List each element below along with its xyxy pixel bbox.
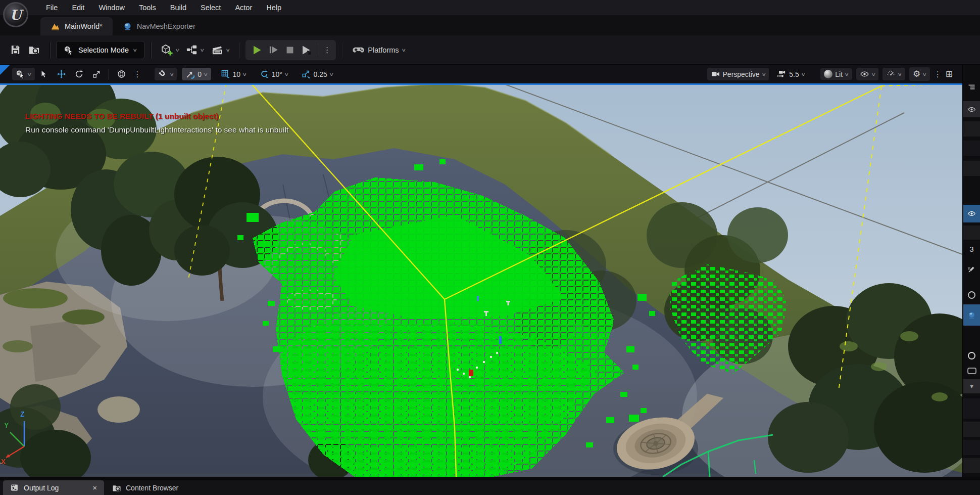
chevron-down-icon: ∨ [284,72,289,77]
scale-tool-button[interactable] [88,68,105,80]
view-mode-label: Perspective [723,70,760,78]
viewport-kebab[interactable]: ⋮ [934,70,942,79]
panel-row [963,398,980,419]
surface-snap-toggle[interactable]: 0 ∨ [182,68,211,80]
caret-down-icon[interactable]: ▾ [963,379,980,393]
viewport-settings-dropdown[interactable]: ⚙ ∨ [909,67,930,81]
tab-mainworld[interactable]: MainWorld* [40,17,113,35]
blueprint-orb-icon-selected[interactable] [963,304,980,326]
menu-build[interactable]: Build [164,2,193,13]
panel-row [963,422,980,437]
rotate-tool-button[interactable] [71,68,87,80]
show-flags-dropdown[interactable]: ∨ [856,68,879,80]
frame-skip-button[interactable] [268,44,279,56]
menu-window[interactable]: Window [92,2,131,13]
chevron-down-icon: ∨ [203,72,208,77]
menu-file[interactable]: File [39,2,64,13]
bottom-gap [0,477,980,480]
globe-icon [117,69,126,79]
axis-z-label: Z [20,410,25,418]
menu-tools[interactable]: Tools [132,2,163,13]
panel-row [963,458,980,473]
world-coordinate-button[interactable] [113,68,130,80]
browse-content-button[interactable] [25,40,43,59]
visibility-eye-icon[interactable] [963,101,980,117]
play-button[interactable] [251,44,263,56]
rotate-tool-icon [74,69,84,79]
close-icon[interactable]: × [92,483,97,492]
edit-pencil-icon[interactable] [963,261,980,277]
scale-snap-value: 0.25 [314,70,327,78]
move-tool-icon [57,69,66,79]
asset-tab-bar: MainWorld* NavMeshExporter [0,15,980,35]
scale-snap-toggle[interactable]: 0.25 ∨ [298,68,337,80]
unreal-editor-window: U File Edit Window Tools Build Select Ac… [0,0,980,495]
snap-menu-dropdown[interactable]: ∨ [155,68,177,80]
grid-snap-toggle[interactable]: 10 ∨ [217,68,250,80]
platforms-dropdown[interactable]: Platforms ∨ [349,40,409,60]
gauge-icon [886,69,896,79]
transform-gizmo-dropdown[interactable]: ∨ [12,68,35,80]
circle-icon[interactable] [963,348,980,363]
menu-help[interactable]: Help [260,2,288,13]
menu-select[interactable]: Select [194,2,227,13]
chevron-down-icon: ∨ [871,72,876,77]
chevron-down-icon: ∨ [761,72,766,77]
blueprints-button[interactable]: ∨ [182,40,208,59]
cursor-icon [39,70,48,79]
chevron-down-icon: ∨ [401,48,406,53]
chevron-down-icon: ∨ [844,72,849,77]
outliner-icon[interactable] [963,80,980,94]
selection-mode-dropdown[interactable]: Selection Mode ∨ [56,41,144,59]
save-button[interactable] [6,40,25,59]
clapperboard-icon [211,44,223,56]
content-browser-button[interactable]: Content Browser [104,483,186,492]
collapsed-right-panel[interactable]: 3 ▾ [962,65,980,477]
quad-view-icon[interactable]: ⊞ [946,69,953,79]
camera-speed-icon [776,69,787,79]
lighting-rebuild-warning: LIGHTING NEEDS TO BE REBUILT (1 unbuilt … [25,112,219,121]
cinematics-button[interactable]: ∨ [208,40,233,60]
lighting-rebuild-hint: Run console command 'DumpUnbuiltLightInt… [25,125,288,134]
surface-snap-value: 0 [198,70,202,78]
view-mode-perspective-dropdown[interactable]: Perspective ∨ [707,68,769,80]
content-browser-label: Content Browser [126,484,178,492]
eye-icon [860,69,869,79]
visibility-eye-icon-selected[interactable] [963,205,980,222]
screen-percentage-dropdown[interactable]: ∨ [883,68,905,80]
rounded-rect-icon[interactable] [963,364,980,377]
chevron-down-icon: ∨ [27,72,32,77]
lit-mode-dropdown[interactable]: Lit ∨ [820,68,852,80]
add-actor-button[interactable]: ∨ [157,40,183,60]
lit-label: Lit [835,70,843,78]
viewport-scene[interactable]: LIGHTING NEEDS TO BE REBUILT (1 unbuilt … [0,83,962,477]
select-tool-button[interactable] [36,68,52,80]
lit-sphere-icon [824,70,832,78]
tools-kebab[interactable]: ⋮ [134,70,141,79]
menu-actor[interactable]: Actor [228,2,259,13]
launch-button[interactable] [301,44,313,56]
scene-render [0,83,962,477]
main-toolbar: Selection Mode ∨ ∨ ∨ ∨ ⋮ Platforms [0,35,980,65]
menu-edit[interactable]: Edit [65,2,91,13]
save-icon [10,44,21,56]
play-options-kebab[interactable]: ⋮ [323,46,331,55]
selection-mode-label: Selection Mode [78,46,129,54]
chevron-down-icon: ∨ [898,72,903,77]
rotation-snap-toggle[interactable]: 10° ∨ [256,68,292,80]
perspective-camera-icon [711,69,720,79]
tab-label: MainWorld* [65,22,103,30]
chevron-down-icon: ∨ [132,48,137,53]
stop-button[interactable] [284,44,296,56]
output-log-tab[interactable]: Output Log × [3,480,104,495]
magnet-icon [158,69,168,79]
camera-speed-dropdown[interactable]: 5.5 ∨ [773,68,808,81]
blueprint-orb-outline-icon[interactable] [963,287,980,302]
tab-navmeshexporter[interactable]: NavMeshExporter [113,17,206,35]
terminal-icon [10,483,19,492]
chevron-down-icon: ∨ [242,72,248,77]
move-tool-button[interactable] [53,68,70,80]
main-menu-bar: File Edit Window Tools Build Select Acto… [0,0,980,15]
snap-arrow-magnet-icon [185,69,195,79]
chevron-down-icon: ∨ [169,72,174,77]
